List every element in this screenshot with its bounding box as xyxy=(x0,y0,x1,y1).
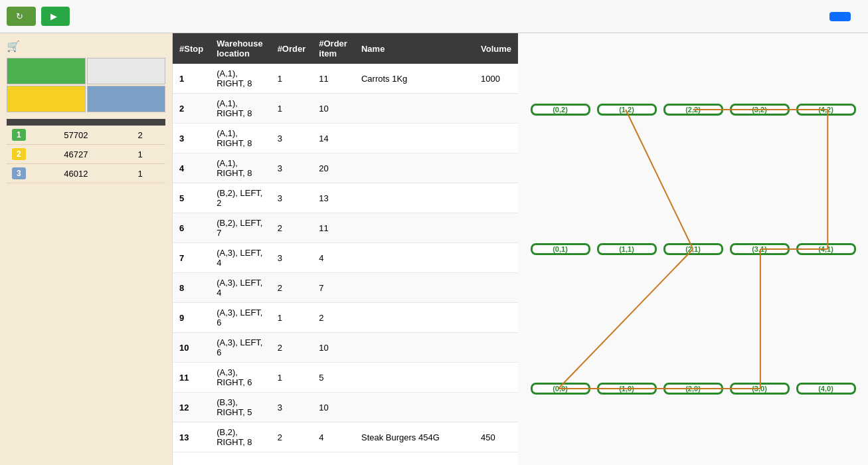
table-cell-4 xyxy=(355,243,474,273)
table-row: 1(A,1), RIGHT, 8111Carrots 1Kg1000 xyxy=(173,64,518,94)
table-cell-1: (A,1), RIGHT, 8 xyxy=(210,94,271,124)
table-cell-3: 10 xyxy=(312,94,355,124)
table-cell-0: 6 xyxy=(173,213,210,243)
table-cell-1: (A,3), LEFT, 4 xyxy=(210,273,271,303)
refresh-button[interactable]: ↻ xyxy=(7,7,36,26)
col-header-1: Warehouse location xyxy=(210,33,271,64)
table-cell-2: 3 xyxy=(271,243,313,273)
map-row-0: (0,2)(1,2)(2,2)(3,2)(4,2) xyxy=(528,43,858,176)
table-cell-0: 1 xyxy=(173,64,210,94)
shelf-cell-3-1: (3,1) xyxy=(730,243,790,255)
color-cell-2 xyxy=(7,86,86,112)
table-cell-1: (A,3), LEFT, 6 xyxy=(210,303,271,333)
shelf-cell-2-1: (2,1) xyxy=(663,243,723,255)
table-cell-5: 450 xyxy=(474,422,518,452)
table-cell-2: 3 xyxy=(271,393,313,422)
volume-cell: 57702 xyxy=(58,126,132,145)
table-row: 13(B,2), RIGHT, 824Steak Burgers 454G450 xyxy=(173,422,518,452)
buckets-cell: 1 xyxy=(132,164,165,183)
order-row: 2 46727 1 xyxy=(7,145,165,164)
table-cell-1: (B,2), LEFT, 2 xyxy=(210,183,271,213)
picking-plan-button[interactable] xyxy=(829,12,851,21)
table-cell-0: 5 xyxy=(173,183,210,213)
order-row: 3 46012 1 xyxy=(7,164,165,183)
table-cell-0: 10 xyxy=(173,333,210,363)
buckets-cell: 2 xyxy=(132,126,165,145)
table-cell-5 xyxy=(474,303,518,333)
table-cell-3: 4 xyxy=(312,243,355,273)
order-cell: 3 xyxy=(7,164,58,183)
table-cell-5 xyxy=(474,153,518,183)
table-cell-1: (A,1), RIGHT, 8 xyxy=(210,124,271,153)
cart-icon: 🛒 xyxy=(7,40,20,52)
solve-button[interactable]: ▶ xyxy=(41,7,70,26)
shelf-cell-3-2: (3,0) xyxy=(730,383,790,395)
map-row-1: (0,1)(1,1)(2,1)(3,1)(4,1) xyxy=(528,183,858,316)
table-cell-1: (B,2), RIGHT, 8 xyxy=(210,422,271,452)
table-cell-0: 7 xyxy=(173,243,210,273)
table-cell-1: (A,3), RIGHT, 6 xyxy=(210,363,271,393)
table-cell-1: (A,3), LEFT, 4 xyxy=(210,243,271,273)
table-cell-2: 2 xyxy=(271,422,313,452)
table-cell-4: Steak Burgers 454G xyxy=(355,422,474,452)
table-cell-3: 14 xyxy=(312,124,355,153)
data-table: #StopWarehouse location#Order#Order item… xyxy=(173,33,518,452)
table-cell-3: 13 xyxy=(312,183,355,213)
table-cell-3: 11 xyxy=(312,213,355,243)
col-volume xyxy=(58,119,132,126)
table-cell-0: 11 xyxy=(173,363,210,393)
order-row: 1 57702 2 xyxy=(7,126,165,145)
table-cell-5 xyxy=(474,243,518,273)
table-row: 7(A,3), LEFT, 434 xyxy=(173,243,518,273)
table-cell-5 xyxy=(474,273,518,303)
color-cell-1 xyxy=(87,58,166,84)
table-cell-3: 2 xyxy=(312,303,355,333)
shelf-cell-4-0: (4,2) xyxy=(796,104,856,116)
table-cell-1: (B,2), LEFT, 7 xyxy=(210,213,271,243)
col-header-5: Volume xyxy=(474,33,518,64)
table-row: 4(A,1), RIGHT, 8320 xyxy=(173,153,518,183)
table-cell-1: (B,3), RIGHT, 5 xyxy=(210,393,271,422)
table-cell-4 xyxy=(355,124,474,153)
table-cell-0: 9 xyxy=(173,303,210,333)
table-cell-3: 4 xyxy=(312,422,355,452)
table-cell-2: 2 xyxy=(271,273,313,303)
table-cell-0: 8 xyxy=(173,273,210,303)
color-cell-0 xyxy=(7,58,86,84)
top-bar: ↻ ▶ xyxy=(0,0,868,33)
color-grid xyxy=(7,58,165,112)
refresh-icon: ↻ xyxy=(16,11,23,21)
table-cell-2: 1 xyxy=(271,94,313,124)
table-row: 5(B,2), LEFT, 2313 xyxy=(173,183,518,213)
shelf-cell-0-0: (0,2) xyxy=(531,104,590,116)
table-cell-2: 1 xyxy=(271,363,313,393)
table-cell-3: 11 xyxy=(312,64,355,94)
sidebar: 🛒 1 57702 2 2 46727 1 3 46012 xyxy=(0,33,173,465)
table-cell-5 xyxy=(474,94,518,124)
table-cell-3: 10 xyxy=(312,393,355,422)
shelf-cell-0-1: (0,1) xyxy=(531,243,590,255)
table-cell-5 xyxy=(474,363,518,393)
shelf-cell-1-0: (1,2) xyxy=(597,104,657,116)
table-cell-2: 3 xyxy=(271,153,313,183)
table-row: 2(A,1), RIGHT, 8110 xyxy=(173,94,518,124)
col-header-2: #Order xyxy=(271,33,313,64)
map-grid: (0,2)(1,2)(2,2)(3,2)(4,2)(0,1)(1,1)(2,1)… xyxy=(518,33,868,465)
table-cell-4 xyxy=(355,333,474,363)
table-row: 3(A,1), RIGHT, 8314 xyxy=(173,124,518,153)
table-cell-5 xyxy=(474,183,518,213)
table-row: 6(B,2), LEFT, 7211 xyxy=(173,213,518,243)
table-cell-2: 2 xyxy=(271,333,313,363)
table-cell-3: 20 xyxy=(312,153,355,183)
col-header-0: #Stop xyxy=(173,33,210,64)
map-panel: (0,2)(1,2)(2,2)(3,2)(4,2)(0,1)(1,1)(2,1)… xyxy=(518,33,868,465)
play-icon: ▶ xyxy=(50,11,57,21)
table-cell-0: 3 xyxy=(173,124,210,153)
table-cell-2: 1 xyxy=(271,64,313,94)
map-row-2: (0,0)(1,0)(2,0)(3,0)(4,0) xyxy=(528,322,858,455)
shelf-cell-1-2: (1,0) xyxy=(597,383,657,395)
shelf-cell-2-0: (2,2) xyxy=(663,104,723,116)
shelf-cell-2-2: (2,0) xyxy=(663,383,723,395)
col-buckets xyxy=(132,119,165,126)
table-panel: #StopWarehouse location#Order#Order item… xyxy=(173,33,518,465)
